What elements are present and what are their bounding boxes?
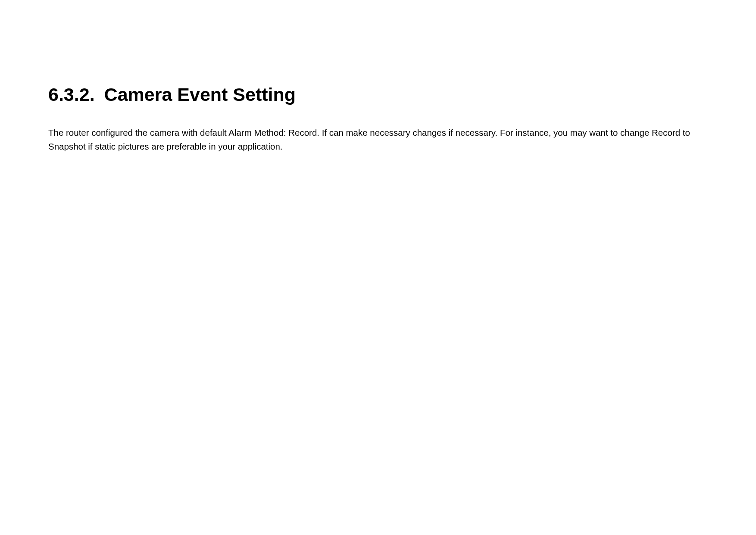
document-content: 6.3.2.Camera Event Setting The router co… bbox=[48, 84, 708, 154]
section-title: Camera Event Setting bbox=[104, 84, 296, 105]
section-heading: 6.3.2.Camera Event Setting bbox=[48, 84, 708, 105]
section-number: 6.3.2. bbox=[48, 84, 95, 105]
section-paragraph: The router configured the camera with de… bbox=[48, 126, 708, 154]
